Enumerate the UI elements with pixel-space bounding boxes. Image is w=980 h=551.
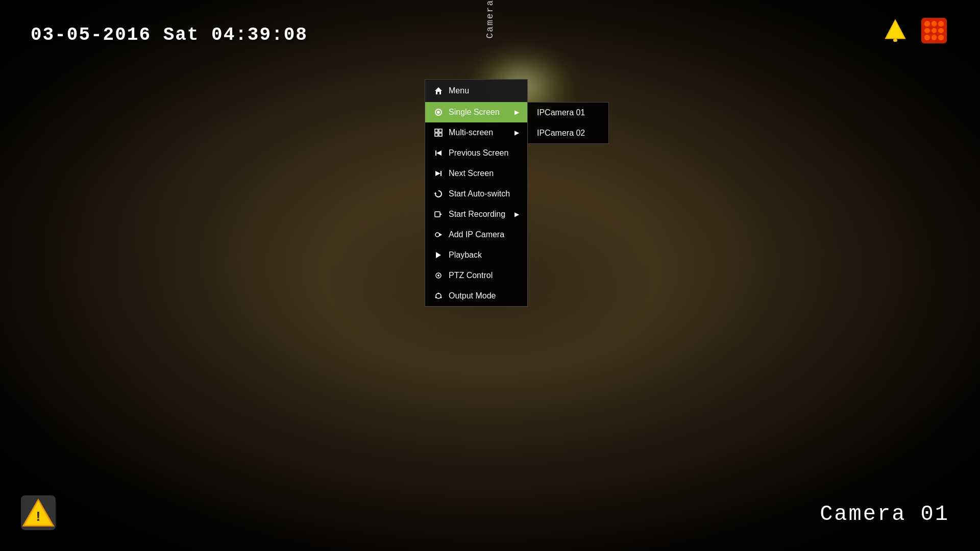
svg-marker-18 [434,192,436,194]
start-recording-arrow: ▶ [514,211,519,218]
output-mode-label: Output Mode [449,291,519,300]
submenu-ipcamera-02[interactable]: IPCamera 02 [528,123,608,143]
svg-rect-13 [439,133,442,136]
start-recording-label: Start Recording [449,210,505,219]
previous-screen-icon [433,148,444,158]
top-right-icons [880,15,949,46]
multi-screen-icon [433,128,444,138]
context-menu: Menu Single Screen ▶ IPCamera 01 IPCamer… [425,79,528,307]
menu-item-playback[interactable]: Playback [425,245,527,265]
playback-icon [433,250,444,260]
svg-rect-10 [435,129,438,132]
menu-item-add-ip-camera[interactable]: Add IP Camera [425,224,527,245]
auto-switch-label: Start Auto-switch [449,189,519,198]
menu-item-ptz-control[interactable]: PTZ Control [425,265,527,286]
menu-item-output-mode[interactable]: Output Mode [425,286,527,306]
menu-label: Menu [449,86,519,95]
record-dots-icon[interactable] [919,15,949,46]
svg-rect-1 [893,39,897,42]
camera-top-label: Camera 01 [485,0,495,39]
svg-rect-17 [440,171,442,176]
svg-marker-7 [435,87,442,94]
svg-marker-23 [436,252,441,258]
svg-point-21 [435,233,439,237]
playback-label: Playback [449,251,519,260]
menu-item-menu[interactable]: Menu [425,80,527,102]
menu-item-previous-screen[interactable]: Previous Screen [425,143,527,163]
menu-item-next-screen[interactable]: Next Screen [425,163,527,184]
single-screen-label: Single Screen [449,108,505,117]
menu-item-multi-screen[interactable]: Multi-screen ▶ [425,122,527,143]
ptz-control-icon [433,270,444,281]
svg-point-9 [437,111,440,114]
multi-screen-label: Multi-screen [449,128,505,137]
ipcamera-01-label: IPCamera 01 [537,108,585,117]
menu-item-start-recording[interactable]: Start Recording ▶ [425,204,527,224]
add-ip-camera-label: Add IP Camera [449,230,519,239]
svg-marker-16 [435,171,440,176]
bell-icon[interactable] [880,15,911,46]
svg-rect-11 [439,129,442,132]
warning-icon[interactable]: ! [20,495,56,531]
timestamp: 03-05-2016 Sat 04:39:08 [31,24,308,45]
svg-marker-20 [440,213,442,215]
svg-rect-15 [435,151,436,156]
single-screen-submenu: IPCamera 01 IPCamera 02 [527,102,609,144]
auto-switch-icon [433,189,444,199]
menu-item-single-screen[interactable]: Single Screen ▶ IPCamera 01 IPCamera 02 [425,102,527,122]
next-screen-label: Next Screen [449,169,519,178]
camera-label: Camera 01 [820,502,949,527]
svg-marker-22 [439,233,442,236]
single-screen-arrow: ▶ [514,109,519,116]
svg-point-25 [437,274,439,277]
svg-point-28 [440,297,442,298]
ipcamera-02-label: IPCamera 02 [537,129,585,138]
svg-marker-14 [436,151,442,156]
svg-marker-2 [887,21,903,38]
menu-item-start-auto-switch[interactable]: Start Auto-switch [425,184,527,204]
ptz-control-label: PTZ Control [449,271,519,280]
svg-rect-12 [435,133,438,136]
next-screen-icon [433,168,444,179]
start-recording-icon [433,209,444,219]
svg-point-29 [435,297,437,298]
multi-screen-arrow: ▶ [514,129,519,136]
menu-home-icon [433,86,444,96]
svg-rect-19 [435,212,440,217]
svg-text:!: ! [34,509,43,525]
previous-screen-label: Previous Screen [449,148,519,158]
svg-point-27 [438,293,439,294]
submenu-ipcamera-01[interactable]: IPCamera 01 [528,103,608,123]
single-screen-icon [433,107,444,117]
output-mode-icon [433,291,444,301]
add-ip-camera-icon [433,230,444,240]
